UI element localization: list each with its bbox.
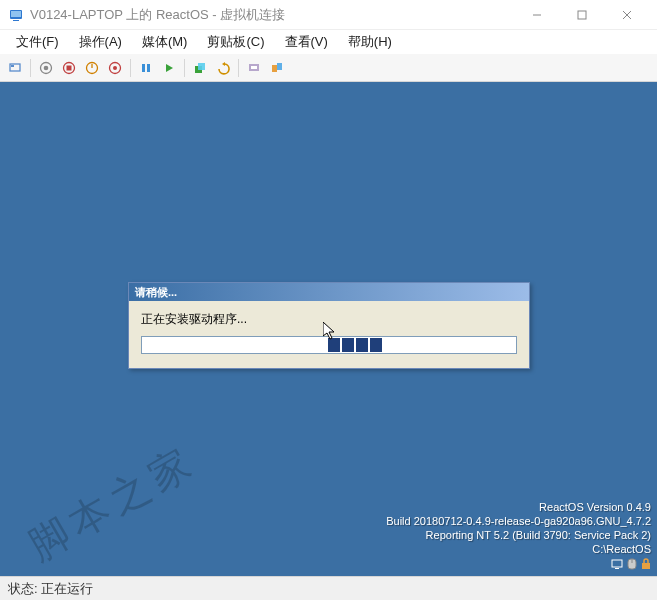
window-title: V0124-LAPTOP 上的 ReactOS - 虚拟机连接: [30, 6, 514, 24]
watermark-text: 脚本之家: [19, 434, 206, 574]
lock-icon: [641, 558, 651, 570]
svg-rect-18: [147, 64, 150, 72]
svg-rect-2: [13, 20, 19, 21]
reset-button[interactable]: [158, 57, 180, 79]
minimize-button[interactable]: [514, 0, 559, 30]
share-button[interactable]: [266, 57, 288, 79]
guest-report: Reporting NT 5.2 (Build 3790: Service Pa…: [386, 528, 651, 542]
revert-button[interactable]: [212, 57, 234, 79]
guest-tray-icons: [386, 558, 651, 570]
menu-help[interactable]: 帮助(H): [338, 31, 402, 53]
dialog-message: 正在安装驱动程序...: [141, 311, 517, 328]
svg-marker-19: [166, 64, 173, 72]
turnoff-button[interactable]: [58, 57, 80, 79]
progress-dialog: 请稍候... 正在安装驱动程序...: [128, 282, 530, 369]
menu-action[interactable]: 操作(A): [69, 31, 132, 53]
guest-build: Build 20180712-0.4.9-release-0-ga920a96.…: [386, 514, 651, 528]
app-icon: [8, 7, 24, 23]
progress-chunk: [342, 338, 354, 352]
svg-rect-21: [198, 63, 205, 70]
menu-clipboard[interactable]: 剪贴板(C): [197, 31, 274, 53]
start-button[interactable]: [35, 57, 57, 79]
svg-rect-28: [612, 560, 622, 567]
window-titlebar: V0124-LAPTOP 上的 ReactOS - 虚拟机连接: [0, 0, 657, 30]
svg-rect-25: [272, 65, 277, 72]
status-value: 正在运行: [41, 580, 93, 598]
progress-bar: [141, 336, 517, 354]
monitor-icon: [611, 558, 623, 570]
shutdown-button[interactable]: [81, 57, 103, 79]
separator: [238, 59, 239, 77]
ctrl-alt-del-button[interactable]: [4, 57, 26, 79]
svg-rect-29: [615, 568, 619, 569]
close-button[interactable]: [604, 0, 649, 30]
maximize-button[interactable]: [559, 0, 604, 30]
menu-media[interactable]: 媒体(M): [132, 31, 198, 53]
separator: [184, 59, 185, 77]
guest-path: C:\ReactOS: [386, 542, 651, 556]
svg-rect-17: [142, 64, 145, 72]
dialog-body: 正在安装驱动程序...: [129, 301, 529, 368]
svg-rect-1: [11, 11, 21, 17]
separator: [130, 59, 131, 77]
menu-view[interactable]: 查看(V): [275, 31, 338, 53]
pause-button[interactable]: [135, 57, 157, 79]
menu-bar: 文件(F) 操作(A) 媒体(M) 剪贴板(C) 查看(V) 帮助(H): [0, 30, 657, 54]
status-bar: 状态: 正在运行: [0, 576, 657, 600]
svg-marker-22: [222, 62, 225, 66]
svg-point-10: [44, 65, 49, 70]
progress-chunk: [370, 338, 382, 352]
svg-rect-26: [277, 63, 282, 70]
separator: [30, 59, 31, 77]
save-button[interactable]: [104, 57, 126, 79]
menu-file[interactable]: 文件(F): [6, 31, 69, 53]
vm-display[interactable]: 请稍候... 正在安装驱动程序... 脚本之家 ReactOS Version …: [0, 82, 657, 576]
progress-chunk: [356, 338, 368, 352]
guest-version: ReactOS Version 0.4.9: [386, 500, 651, 514]
svg-rect-8: [11, 65, 14, 67]
svg-rect-32: [642, 563, 650, 569]
toolbar: [0, 54, 657, 82]
guest-build-info: ReactOS Version 0.4.9 Build 20180712-0.4…: [386, 500, 651, 570]
svg-rect-4: [578, 11, 586, 19]
mouse-icon: [627, 558, 637, 570]
svg-rect-24: [251, 66, 257, 69]
dialog-title: 请稍候...: [129, 283, 529, 301]
checkpoint-button[interactable]: [189, 57, 211, 79]
status-label: 状态:: [8, 580, 38, 598]
progress-chunk: [328, 338, 340, 352]
svg-rect-12: [67, 65, 72, 70]
window-controls: [514, 0, 649, 30]
svg-point-16: [113, 66, 117, 70]
enhanced-session-button[interactable]: [243, 57, 265, 79]
